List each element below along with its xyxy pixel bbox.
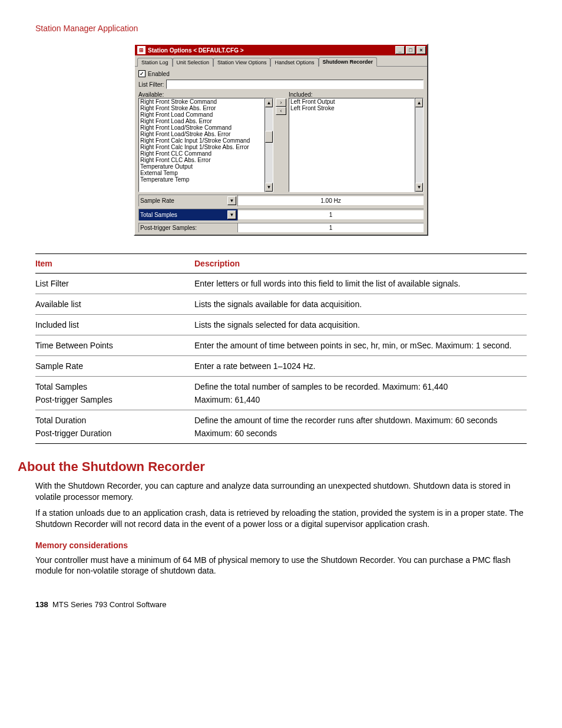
section-sub1-body: Your controller must have a minimum of 6… <box>35 555 527 577</box>
list-item[interactable]: Left Front Stroke <box>289 105 414 111</box>
tab-shutdown-recorder[interactable]: Shutdown Recorder <box>319 57 378 67</box>
table-row: Available listLists the signals availabl… <box>35 294 527 315</box>
scroll-up-icon[interactable]: ▲ <box>415 98 423 107</box>
total-samples-value[interactable]: 1 <box>238 210 424 219</box>
sample-rate-value[interactable]: 1.00 Hz <box>238 196 424 205</box>
table-row: Total DurationDefine the amount of time … <box>35 410 527 427</box>
included-label: Included: <box>289 91 424 98</box>
table-row: Post-trigger DurationMaximum: 60 seconds <box>35 426 527 444</box>
section-p2: If a station unloads due to an applicati… <box>35 508 527 530</box>
list-item[interactable]: Right Front Calc Input 1/Stroke Command <box>139 137 264 144</box>
doc-table: Item Description List FilterEnter letter… <box>35 253 527 444</box>
post-trigger-label: Post-trigger Samples: <box>140 225 197 231</box>
scroll-up-icon[interactable]: ▲ <box>265 98 273 107</box>
footer-product: MTS Series 793 Control Software <box>52 600 167 609</box>
list-filter-input[interactable] <box>166 80 424 89</box>
post-trigger-value[interactable]: 1 <box>238 223 424 232</box>
window-titlebar[interactable]: ⊞ Station Options < DEFAULT.CFG > _ □ × <box>135 45 427 55</box>
sample-rate-label: Sample Rate <box>140 197 174 204</box>
list-filter-label: List Filter: <box>138 81 164 88</box>
list-item[interactable]: Right Front Load Abs. Error <box>139 118 264 124</box>
post-trigger-label-cell: Post-trigger Samples: <box>139 223 238 232</box>
subheading-memory: Memory considerations <box>35 541 527 550</box>
table-row: Total SamplesDefine the total number of … <box>35 377 527 393</box>
list-item[interactable]: Temperature Output <box>139 163 264 170</box>
list-item[interactable]: Right Front Stroke Command <box>139 98 264 105</box>
available-label: Available: <box>138 91 273 98</box>
maximize-button[interactable]: □ <box>406 46 415 54</box>
minimize-button[interactable]: _ <box>395 46 405 54</box>
included-listbox[interactable]: Left Front Output Left Front Stroke <box>289 98 415 192</box>
list-item[interactable]: External Temp <box>139 170 264 176</box>
chevron-down-icon[interactable]: ▼ <box>227 210 236 219</box>
enabled-checkbox[interactable]: ✓ <box>138 70 146 77</box>
list-item[interactable]: Right Front CLC Abs. Error <box>139 157 264 163</box>
table-row: List FilterEnter letters or full words i… <box>35 274 527 294</box>
list-item[interactable]: Left Front Output <box>289 98 414 105</box>
list-item[interactable]: Right Front Load/Stroke Abs. Error <box>139 131 264 137</box>
section-heading: About the Shutdown Recorder <box>18 459 527 475</box>
available-listbox[interactable]: Right Front Stroke Command Right Front S… <box>138 98 265 192</box>
tab-unit-selection[interactable]: Unit Selection <box>173 58 214 67</box>
list-item[interactable]: Right Front Calc Input 1/Stroke Abs. Err… <box>139 144 264 150</box>
table-row: Sample RateEnter a rate between 1–1024 H… <box>35 356 527 377</box>
list-item[interactable]: Right Front Load Command <box>139 111 264 118</box>
total-samples-dropdown[interactable]: Total Samples ▼ <box>139 209 238 220</box>
tab-station-log[interactable]: Station Log <box>137 58 173 67</box>
add-button[interactable]: › <box>276 98 286 107</box>
remove-button[interactable]: ‹ <box>276 107 286 115</box>
available-scrollbar[interactable]: ▲ ▼ <box>265 98 273 192</box>
scroll-down-icon[interactable]: ▼ <box>415 183 423 192</box>
list-item[interactable]: Right Front Load/Stroke Command <box>139 124 264 131</box>
section-p1: With the Shutdown Recorder, you can capt… <box>35 480 527 503</box>
table-header-description: Description <box>194 254 527 274</box>
included-scrollbar[interactable]: ▲ ▼ <box>415 98 424 192</box>
tab-station-view-options[interactable]: Station View Options <box>213 58 270 67</box>
enabled-label: Enabled <box>148 71 170 77</box>
app-icon: ⊞ <box>137 46 146 54</box>
scroll-thumb[interactable] <box>265 131 273 143</box>
scroll-down-icon[interactable]: ▼ <box>265 183 273 192</box>
station-options-window: ⊞ Station Options < DEFAULT.CFG > _ □ × … <box>134 44 428 236</box>
list-item[interactable]: Right Front CLC Command <box>139 150 264 157</box>
total-samples-label: Total Samples <box>140 212 177 218</box>
list-item[interactable]: Right Front Stroke Abs. Error <box>139 105 264 111</box>
window-title: Station Options < DEFAULT.CFG > <box>148 47 395 54</box>
page-header-title: Station Manager Application <box>35 24 527 33</box>
tab-handset-options[interactable]: Handset Options <box>270 58 318 67</box>
table-row: Time Between PointsEnter the amount of t… <box>35 335 527 356</box>
chevron-down-icon[interactable]: ▼ <box>227 196 236 205</box>
list-item[interactable]: Temperature Temp <box>139 176 264 183</box>
table-header-item: Item <box>35 254 194 274</box>
close-button[interactable]: × <box>416 46 426 54</box>
table-row: Included listLists the signals selected … <box>35 315 527 335</box>
page-footer: 138 MTS Series 793 Control Software <box>35 600 527 609</box>
tab-row: Station Log Unit Selection Station View … <box>135 55 427 67</box>
sample-rate-dropdown[interactable]: Sample Rate ▼ <box>139 195 238 206</box>
table-row: Post-trigger SamplesMaximum: 61,440 <box>35 393 527 410</box>
page-number: 138 <box>35 600 48 609</box>
